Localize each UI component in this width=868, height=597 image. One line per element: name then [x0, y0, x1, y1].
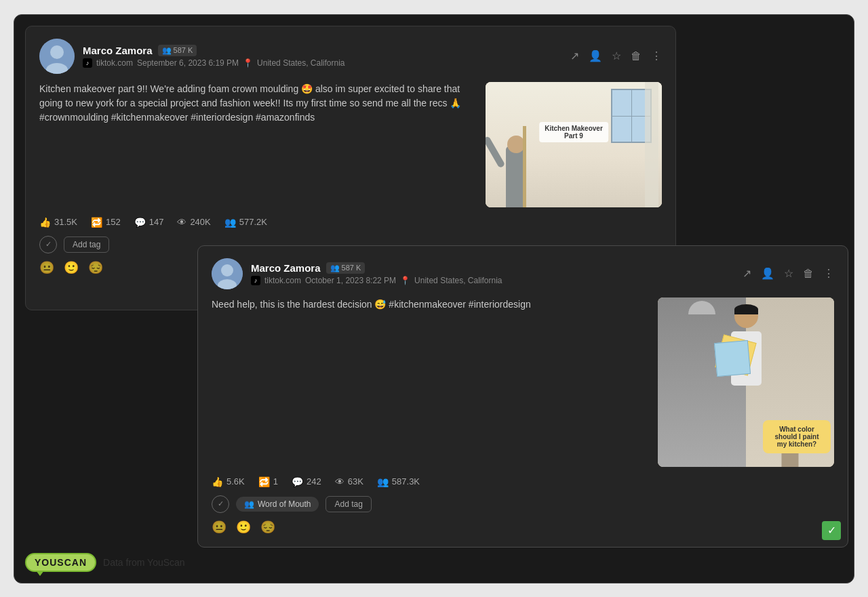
post-image-2: What color should I paint my kitchen? [658, 297, 834, 467]
check-circle-2[interactable]: ✓ [212, 495, 229, 513]
emoji-row-2: 😐 🙂 😔 [212, 520, 834, 535]
followers-stat-2: 👥 587.3K [377, 476, 420, 487]
tags-row-2: ✓ 👥 Word of Mouth Add tag [212, 495, 834, 513]
meta-row-1: ♪ tiktok.com September 6, 2023 6:19 PM 📍… [83, 58, 345, 68]
checkmark-badge-2[interactable]: ✓ [822, 521, 841, 540]
view-icon-1: 👁 [177, 217, 186, 228]
emoji-neutral-2[interactable]: 😐 [212, 520, 226, 535]
reposts-stat-1: 🔁 152 [91, 217, 121, 228]
speech-bubble: What color should I paint my kitchen? [763, 420, 831, 453]
check-circle-1[interactable]: ✓ [39, 236, 57, 253]
star-icon-1[interactable]: ☆ [612, 49, 621, 62]
more-icon-2[interactable]: ⋮ [823, 267, 834, 280]
user-name-1: Marco Zamora [83, 45, 153, 56]
image-label-1: Kitchen MakeoverPart 9 [539, 122, 608, 142]
likes-stat-1: 👍 31.5K [39, 217, 77, 228]
trash-icon-1[interactable]: 🗑 [631, 50, 642, 62]
emoji-happy-1[interactable]: 🙂 [64, 260, 79, 275]
stats-row-1: 👍 31.5K 🔁 152 💬 147 👁 240K 👥 577. [39, 217, 662, 228]
emoji-neutral-1[interactable]: 😐 [39, 260, 54, 275]
scene-1: Kitchen MakeoverPart 9 [486, 82, 662, 207]
avatar-1 [39, 39, 75, 74]
emoji-happy-2[interactable]: 🙂 [236, 520, 251, 535]
card-2-header: Marco Zamora 👥 587 K ♪ tiktok.com Octobe… [212, 258, 834, 289]
youscan-logo: YOUSCAN [25, 553, 96, 572]
repost-icon-2: 🔁 [258, 476, 270, 487]
star-icon-2[interactable]: ☆ [784, 267, 793, 280]
card-1-user-info: Marco Zamora 👥 587 K ♪ tiktok.com Septem… [39, 39, 345, 74]
comments-stat-1: 💬 147 [134, 217, 164, 228]
card-2-body: Need help, this is the hardest decision … [212, 297, 834, 467]
stats-row-2: 👍 5.6K 🔁 1 💬 242 👁 63K 👥 587.3K [212, 476, 834, 487]
post-text-1: Kitchen makeover part 9!! We're adding f… [39, 82, 475, 207]
user-name-2: Marco Zamora [251, 262, 321, 274]
meta-row-2: ♪ tiktok.com October 1, 2023 8:22 PM 📍 U… [251, 276, 502, 285]
post-image-1: Kitchen MakeoverPart 9 [486, 82, 662, 207]
card-1-body: Kitchen makeover part 9!! We're adding f… [39, 82, 662, 207]
more-icon-1[interactable]: ⋮ [651, 49, 662, 62]
emoji-sad-1[interactable]: 😔 [88, 260, 103, 275]
user-name-row-1: Marco Zamora 👥 587 K [83, 45, 345, 56]
card-1-header: Marco Zamora 👥 587 K ♪ tiktok.com Septem… [39, 39, 662, 74]
emoji-sad-2[interactable]: 😔 [260, 520, 275, 535]
card-2-user-info: Marco Zamora 👥 587 K ♪ tiktok.com Octobe… [212, 258, 502, 289]
views-stat-2: 👁 63K [335, 476, 363, 487]
followers-stat-1: 👥 577.2K [224, 217, 267, 228]
follower-badge-1: 👥 587 K [158, 45, 197, 56]
add-tag-button-2[interactable]: Add tag [326, 496, 371, 512]
user-name-row-2: Marco Zamora 👥 587 K [251, 262, 502, 274]
comment-icon-1: 💬 [134, 217, 146, 228]
user-info-2: Marco Zamora 👥 587 K ♪ tiktok.com Octobe… [251, 262, 502, 285]
main-container: Marco Zamora 👥 587 K ♪ tiktok.com Septem… [14, 14, 854, 583]
svg-point-1 [50, 45, 64, 59]
card-2-actions: ↗ 👤 ☆ 🗑 ⋮ [743, 267, 834, 280]
tiktok-icon-2: ♪ [251, 276, 260, 285]
user-info-1: Marco Zamora 👥 587 K ♪ tiktok.com Septem… [83, 45, 345, 68]
outer-background: Marco Zamora 👥 587 K ♪ tiktok.com Septem… [0, 0, 868, 597]
repost-icon-1: 🔁 [91, 217, 102, 228]
follower-badge-2: 👥 587 K [326, 262, 366, 274]
word-of-mouth-tag[interactable]: 👥 Word of Mouth [236, 497, 319, 512]
view-icon-2: 👁 [335, 476, 344, 487]
likes-stat-2: 👍 5.6K [212, 476, 245, 487]
followers-icon-1: 👥 [224, 217, 236, 228]
views-stat-1: 👁 240K [177, 217, 210, 228]
image2-split: What color should I paint my kitchen? [658, 297, 834, 467]
comments-stat-2: 💬 242 [292, 476, 321, 487]
card-1-actions: ↗ 👤 ☆ 🗑 ⋮ [570, 49, 662, 62]
add-tag-button-1[interactable]: Add tag [64, 236, 109, 253]
followers-icon-2: 👥 [377, 476, 389, 487]
share-icon-1[interactable]: ↗ [570, 49, 579, 62]
like-icon-1: 👍 [39, 217, 51, 228]
svg-point-4 [221, 264, 233, 276]
avatar-2 [212, 258, 243, 289]
reposts-stat-2: 🔁 1 [258, 476, 278, 487]
post-card-2: Marco Zamora 👥 587 K ♪ tiktok.com Octobe… [197, 245, 848, 548]
tiktok-icon-1: ♪ [83, 58, 92, 68]
like-icon-2: 👍 [212, 476, 223, 487]
post-text-2: Need help, this is the hardest decision … [212, 297, 647, 467]
comment-icon-2: 💬 [292, 476, 303, 487]
brand-tagline: Data from YouScan [103, 557, 185, 568]
person-icon-1[interactable]: 👤 [589, 49, 602, 62]
trash-icon-2[interactable]: 🗑 [803, 268, 814, 280]
footer-brand: YOUSCAN Data from YouScan [25, 553, 185, 572]
person-icon-2[interactable]: 👤 [761, 267, 774, 280]
share-icon-2[interactable]: ↗ [743, 267, 751, 280]
